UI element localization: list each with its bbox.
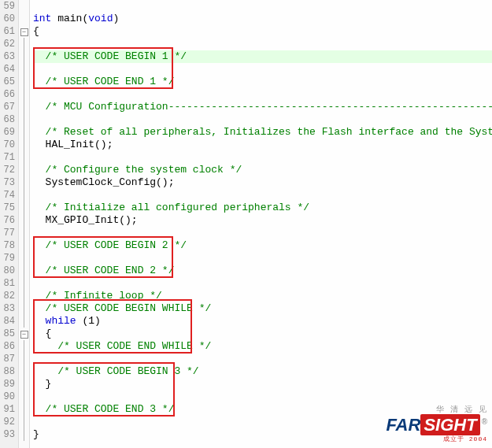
code-line[interactable]: HAL_Init(); <box>33 139 492 151</box>
token <box>33 340 57 352</box>
logo-far: FAR <box>386 415 420 435</box>
token <box>33 50 46 62</box>
fold-cell <box>19 403 29 416</box>
code-line[interactable] <box>33 391 492 403</box>
token-punc: (); <box>119 214 137 226</box>
token <box>33 76 46 87</box>
fold-line-icon <box>24 101 24 113</box>
token-punc: } <box>46 378 52 390</box>
fold-line-icon <box>24 214 24 227</box>
farsight-logo: 华 清 远 见 FARSIGHT® 成立于 2004 <box>386 404 487 443</box>
fold-cell <box>19 126 29 139</box>
line-number: 66 <box>0 88 15 101</box>
line-number: 69 <box>0 126 15 139</box>
code-line[interactable]: /* Initialize all configured peripherals… <box>33 202 492 214</box>
code-line[interactable]: /* Infinite loop */ <box>33 290 492 302</box>
line-number: 75 <box>0 202 15 214</box>
code-line[interactable] <box>33 353 492 365</box>
fold-cell <box>19 76 29 88</box>
code-line[interactable] <box>33 189 492 202</box>
line-number: 89 <box>0 378 15 391</box>
fold-line-icon <box>24 315 24 328</box>
fold-cell <box>19 252 29 265</box>
fold-line-icon <box>24 164 24 176</box>
token <box>33 101 46 113</box>
fold-cell <box>19 164 29 176</box>
code-line[interactable] <box>33 227 492 239</box>
line-number: 59 <box>0 0 15 13</box>
line-number: 76 <box>0 214 15 227</box>
line-number: 63 <box>0 50 15 63</box>
fold-minus-icon[interactable]: − <box>20 28 28 36</box>
code-line[interactable] <box>33 38 492 50</box>
token-punc: ) <box>94 315 101 327</box>
line-number: 84 <box>0 315 15 328</box>
token-cm: /* USER CODE END 1 */ <box>46 76 175 87</box>
code-line[interactable]: /* USER CODE BEGIN 2 */ <box>33 239 492 252</box>
token <box>33 378 46 390</box>
code-line[interactable] <box>33 151 492 164</box>
logo-sight: SIGHT <box>420 414 479 435</box>
fold-line-icon <box>24 277 24 290</box>
code-line[interactable]: /* MCU Configuration--------------------… <box>33 101 492 113</box>
fold-cell <box>19 214 29 227</box>
code-line[interactable]: } <box>33 378 492 391</box>
line-number: 71 <box>0 151 15 164</box>
code-line[interactable]: /* USER CODE END 1 */ <box>33 76 492 88</box>
token-fn: SystemClock_Config <box>46 176 156 188</box>
fold-cell <box>19 416 29 428</box>
token-cm: /* Configure the system clock */ <box>46 164 242 176</box>
fold-line-icon <box>24 302 24 315</box>
code-line[interactable] <box>33 113 492 126</box>
token <box>33 164 46 176</box>
token-fn: main <box>57 13 82 24</box>
code-line[interactable]: /* USER CODE BEGIN WHILE */ <box>33 302 492 315</box>
fold-line-icon <box>24 340 24 353</box>
line-number: 60 <box>0 13 15 25</box>
token-punc: (); <box>156 176 174 188</box>
fold-line-icon <box>24 403 24 416</box>
fold-line-icon <box>24 365 24 378</box>
code-line[interactable]: MX_GPIO_Init(); <box>33 214 492 227</box>
code-line[interactable] <box>33 63 492 76</box>
code-line[interactable]: /* USER CODE END WHILE */ <box>33 340 492 353</box>
logo-reg: ® <box>482 417 487 426</box>
code-line[interactable]: /* USER CODE END 2 */ <box>33 265 492 277</box>
line-number: 79 <box>0 252 15 265</box>
code-area[interactable]: int main(void){ /* USER CODE BEGIN 1 */ … <box>30 0 492 448</box>
token <box>33 176 46 188</box>
code-line[interactable]: SystemClock_Config(); <box>33 176 492 189</box>
fold-line-icon <box>24 176 24 189</box>
token-fn: MX_GPIO_Init <box>46 214 120 226</box>
line-number: 77 <box>0 227 15 239</box>
code-line[interactable] <box>33 252 492 265</box>
fold-cell <box>19 378 29 391</box>
fold-cell <box>19 227 29 239</box>
fold-cell[interactable]: − <box>19 25 29 38</box>
code-line[interactable]: /* Reset of all peripherals, Initializes… <box>33 126 492 139</box>
code-line[interactable]: /* Configure the system clock */ <box>33 164 492 176</box>
fold-cell <box>19 391 29 403</box>
code-line[interactable]: { <box>33 328 492 340</box>
code-line[interactable]: /* USER CODE BEGIN 3 */ <box>33 365 492 378</box>
line-number: 72 <box>0 164 15 176</box>
code-line[interactable] <box>33 0 492 13</box>
code-line[interactable] <box>33 277 492 290</box>
line-number: 61 <box>0 25 15 38</box>
line-number: 70 <box>0 139 15 151</box>
fold-cell <box>19 151 29 164</box>
line-number: 87 <box>0 353 15 365</box>
fold-line-icon <box>24 227 24 239</box>
code-line[interactable]: { <box>33 25 492 38</box>
code-line[interactable] <box>33 88 492 101</box>
fold-cell <box>19 113 29 126</box>
code-line[interactable]: while (1) <box>33 315 492 328</box>
line-number-gutter: 5960616263646566676869707172737475767778… <box>0 0 19 448</box>
logo-cn-text: 华 清 远 见 <box>386 404 487 415</box>
fold-minus-icon[interactable]: − <box>20 331 28 339</box>
fold-cell <box>19 202 29 214</box>
token-punc: } <box>33 428 39 440</box>
code-line[interactable]: int main(void) <box>33 13 492 25</box>
fold-cell[interactable]: − <box>19 328 29 340</box>
code-line[interactable]: /* USER CODE BEGIN 1 */ <box>33 50 492 63</box>
